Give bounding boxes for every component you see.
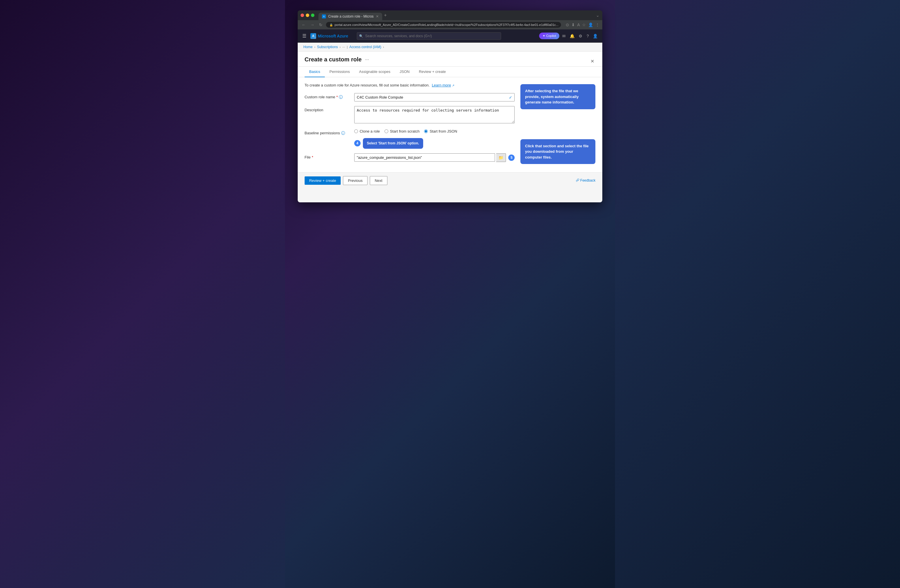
name-input-wrap: ✓	[354, 93, 515, 101]
baseline-radio-group: Clone a role Start from scratch	[354, 129, 515, 149]
label-text-file: File	[305, 155, 311, 159]
callout-spacer	[520, 113, 595, 136]
next-btn[interactable]: Next	[370, 176, 387, 185]
breadcrumb-sep-2: ›	[340, 46, 340, 49]
tab-favicon-icon: A	[322, 14, 326, 19]
active-tab[interactable]: A Create a custom role - Micros ✕	[318, 13, 382, 20]
copilot-btn[interactable]: ✦ Copilot	[539, 32, 559, 39]
bookmark-btn[interactable]: ☆	[582, 22, 586, 27]
azure-logo-text: Microsoft Azure	[318, 34, 348, 38]
main-panel: Create a custom role ··· ✕ Basics Permis…	[298, 52, 603, 189]
outer-container: A Create a custom role - Micros ✕ + ⌄ ← …	[290, 5, 610, 208]
required-indicator-file: *	[312, 155, 313, 159]
label-text-desc: Description	[305, 108, 323, 112]
tab-permissions[interactable]: Permissions	[325, 67, 355, 77]
review-create-btn[interactable]: Review + create	[305, 176, 341, 185]
feedback-icon: 🗪	[576, 178, 579, 183]
tab-bar: A Create a custom role - Micros ✕ + ⌄	[298, 10, 603, 20]
refresh-btn[interactable]: ↻	[318, 22, 324, 28]
panel-close-btn[interactable]: ✕	[589, 57, 595, 65]
radio-clone-input[interactable]	[354, 129, 358, 133]
breadcrumb-sub-name: ···	[342, 45, 345, 49]
tab-review-create[interactable]: Review + create	[414, 67, 451, 77]
azure-topbar-actions: ✦ Copilot ✉ 🔔 ⚙ ? 👤	[539, 32, 599, 39]
description-textarea[interactable]	[354, 106, 515, 123]
right-callouts: After selecting the file that we provide…	[520, 83, 595, 167]
reader-mode-btn[interactable]: ⊙	[566, 22, 569, 27]
file-browse-icon: 📁	[498, 155, 503, 160]
callout-box-1: After selecting the file that we provide…	[520, 84, 595, 109]
translate-btn[interactable]: A	[577, 22, 580, 27]
feedback-label: Feedback	[580, 178, 596, 183]
custom-role-name-input[interactable]	[354, 93, 515, 101]
new-tab-btn[interactable]: +	[384, 13, 386, 20]
tab-basics[interactable]: Basics	[305, 67, 325, 77]
breadcrumb-subscriptions[interactable]: Subscriptions	[317, 45, 338, 49]
label-text-name: Custom role name	[305, 95, 335, 99]
input-check-icon: ✓	[509, 95, 512, 100]
notifications-bell-btn[interactable]: 🔔	[569, 32, 576, 39]
azure-logo: A Microsoft Azure	[310, 33, 348, 39]
breadcrumb-sep-1: ›	[314, 46, 315, 49]
radio-scratch[interactable]: Start from scratch	[385, 129, 420, 133]
notifications-email-btn[interactable]: ✉	[561, 32, 567, 39]
back-btn[interactable]: ←	[301, 22, 307, 28]
radio-json-input[interactable]	[424, 129, 428, 133]
form-row-file: File * 📁 5	[305, 153, 515, 162]
panel-header: Create a custom role ··· ✕	[298, 52, 603, 67]
radio-json[interactable]: Start from JSON	[424, 129, 457, 133]
forward-btn[interactable]: →	[309, 22, 316, 28]
custom-role-name-label: Custom role name * i	[305, 93, 351, 99]
address-bar: ← → ↻ 🔒 portal.azure.com/#view/Microsoft…	[298, 20, 603, 29]
form-row-name: Custom role name * i ✓	[305, 93, 515, 101]
maximize-window-btn[interactable]	[311, 14, 314, 17]
search-input[interactable]	[357, 32, 501, 40]
hamburger-menu-btn[interactable]: ☰	[301, 32, 307, 40]
description-label: Description	[305, 106, 351, 112]
help-btn[interactable]: ?	[585, 32, 590, 39]
form-intro-text: To create a custom role for Azure resour…	[305, 83, 515, 87]
page-title: Create a custom role	[305, 56, 362, 63]
feedback-link[interactable]: 🗪 Feedback	[576, 178, 596, 183]
form-row-description: Description	[305, 106, 515, 125]
baseline-info-icon[interactable]: i	[341, 131, 345, 135]
search-icon: 🔍	[359, 34, 363, 38]
tab-json[interactable]: JSON	[395, 67, 414, 77]
panel-more-btn[interactable]: ···	[365, 57, 369, 62]
profile-btn[interactable]: 👤	[588, 22, 593, 27]
name-input-container: ✓	[354, 93, 515, 101]
radio-json-label: Start from JSON	[430, 129, 457, 133]
feedback-topbar-btn[interactable]: 👤	[592, 32, 599, 39]
window-controls	[301, 14, 314, 19]
page-wrapper: A Create a custom role - Micros ✕ + ⌄ ← …	[285, 0, 615, 588]
tab-menu-btn[interactable]: ⌄	[596, 13, 599, 20]
form-left: To create a custom role for Azure resour…	[305, 83, 515, 167]
file-input[interactable]	[354, 153, 495, 162]
step5-badge: 5	[508, 155, 515, 161]
azure-topbar: ☰ A Microsoft Azure 🔍 ✦ Copilot ✉	[298, 29, 603, 43]
azure-logo-icon: A	[310, 33, 316, 39]
tab-close-btn[interactable]: ✕	[376, 14, 379, 19]
breadcrumb: Home › Subscriptions › ··· | Access cont…	[298, 43, 603, 52]
breadcrumb-iam[interactable]: Access control (IAM)	[349, 45, 381, 49]
url-field[interactable]: 🔒 portal.azure.com/#view/Microsoft_Azure…	[326, 22, 561, 28]
download-btn[interactable]: ⬇	[571, 22, 575, 27]
radio-clone[interactable]: Clone a role	[354, 129, 380, 133]
close-window-btn[interactable]	[301, 14, 304, 17]
radio-clone-label: Clone a role	[360, 129, 380, 133]
minimize-window-btn[interactable]	[306, 14, 309, 17]
required-indicator-name: *	[336, 95, 338, 99]
form-intro-main: To create a custom role for Azure resour…	[305, 83, 430, 87]
learn-more-link[interactable]: Learn more	[432, 83, 451, 87]
extensions-btn[interactable]: ⋮	[595, 22, 599, 27]
file-label: File *	[305, 153, 351, 159]
file-browse-btn[interactable]: 📁	[496, 153, 506, 162]
radio-scratch-input[interactable]	[385, 129, 388, 133]
desc-input-wrap	[354, 106, 515, 125]
previous-btn[interactable]: Previous	[343, 176, 368, 185]
breadcrumb-home[interactable]: Home	[303, 45, 313, 49]
breadcrumb-sep-3: |	[347, 46, 348, 49]
tab-assignable-scopes[interactable]: Assignable scopes	[355, 67, 395, 77]
name-info-icon[interactable]: i	[339, 95, 343, 99]
settings-btn[interactable]: ⚙	[577, 32, 583, 39]
